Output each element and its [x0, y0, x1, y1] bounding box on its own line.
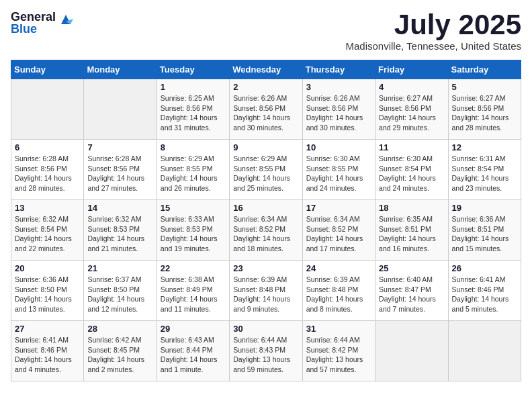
- calendar-cell: 7Sunrise: 6:28 AMSunset: 8:56 PMDaylight…: [84, 140, 157, 200]
- day-number: 28: [87, 324, 152, 334]
- logo: General Blue: [11, 11, 73, 35]
- calendar-cell: 11Sunrise: 6:30 AMSunset: 8:54 PMDayligh…: [375, 140, 448, 200]
- day-info: Sunrise: 6:26 AMSunset: 8:56 PMDaylight:…: [233, 93, 298, 133]
- calendar-week-2: 13Sunrise: 6:32 AMSunset: 8:54 PMDayligh…: [11, 200, 521, 261]
- day-number: 3: [306, 82, 371, 92]
- calendar-cell: 5Sunrise: 6:27 AMSunset: 8:56 PMDaylight…: [448, 79, 521, 140]
- day-info: Sunrise: 6:43 AMSunset: 8:44 PMDaylight:…: [161, 335, 226, 375]
- calendar-week-0: 1Sunrise: 6:25 AMSunset: 8:56 PMDaylight…: [11, 79, 521, 140]
- day-info: Sunrise: 6:38 AMSunset: 8:49 PMDaylight:…: [161, 275, 226, 314]
- day-number: 12: [452, 142, 517, 152]
- calendar-cell: 16Sunrise: 6:34 AMSunset: 8:52 PMDayligh…: [230, 200, 302, 261]
- header-sunday: Sunday: [11, 60, 84, 79]
- day-info: Sunrise: 6:41 AMSunset: 8:46 PMDaylight:…: [452, 275, 517, 314]
- calendar-table: Sunday Monday Tuesday Wednesday Thursday…: [11, 60, 521, 381]
- day-number: 10: [306, 142, 371, 152]
- calendar-body: 1Sunrise: 6:25 AMSunset: 8:56 PMDaylight…: [11, 79, 521, 381]
- header-thursday: Thursday: [302, 60, 375, 79]
- day-info: Sunrise: 6:26 AMSunset: 8:56 PMDaylight:…: [306, 93, 371, 133]
- day-number: 23: [233, 263, 298, 273]
- calendar-week-4: 27Sunrise: 6:41 AMSunset: 8:46 PMDayligh…: [11, 321, 521, 381]
- day-number: 27: [15, 324, 80, 334]
- day-info: Sunrise: 6:29 AMSunset: 8:55 PMDaylight:…: [161, 154, 226, 193]
- day-info: Sunrise: 6:28 AMSunset: 8:56 PMDaylight:…: [87, 154, 152, 193]
- day-info: Sunrise: 6:44 AMSunset: 8:42 PMDaylight:…: [306, 335, 371, 375]
- calendar-cell: 22Sunrise: 6:38 AMSunset: 8:49 PMDayligh…: [157, 261, 229, 321]
- calendar-cell: 25Sunrise: 6:40 AMSunset: 8:47 PMDayligh…: [375, 261, 448, 321]
- calendar-cell: 19Sunrise: 6:36 AMSunset: 8:51 PMDayligh…: [448, 200, 521, 261]
- calendar-week-1: 6Sunrise: 6:28 AMSunset: 8:56 PMDaylight…: [11, 140, 521, 200]
- header-saturday: Saturday: [448, 60, 521, 79]
- day-info: Sunrise: 6:36 AMSunset: 8:51 PMDaylight:…: [452, 214, 517, 254]
- calendar-cell: 24Sunrise: 6:39 AMSunset: 8:48 PMDayligh…: [302, 261, 375, 321]
- day-number: 7: [87, 142, 152, 152]
- day-number: 29: [161, 324, 226, 334]
- header-wednesday: Wednesday: [230, 60, 302, 79]
- header-row: Sunday Monday Tuesday Wednesday Thursday…: [11, 60, 521, 79]
- day-info: Sunrise: 6:32 AMSunset: 8:54 PMDaylight:…: [15, 214, 80, 254]
- day-info: Sunrise: 6:32 AMSunset: 8:53 PMDaylight:…: [87, 214, 152, 254]
- day-number: 1: [161, 82, 226, 92]
- calendar-cell: 9Sunrise: 6:29 AMSunset: 8:55 PMDaylight…: [230, 140, 302, 200]
- day-info: Sunrise: 6:30 AMSunset: 8:54 PMDaylight:…: [379, 154, 444, 193]
- calendar-cell: 30Sunrise: 6:44 AMSunset: 8:43 PMDayligh…: [230, 321, 302, 381]
- day-info: Sunrise: 6:35 AMSunset: 8:51 PMDaylight:…: [379, 214, 444, 254]
- month-title: July 2025: [345, 11, 521, 39]
- calendar-cell: 3Sunrise: 6:26 AMSunset: 8:56 PMDaylight…: [302, 79, 375, 140]
- day-info: Sunrise: 6:31 AMSunset: 8:54 PMDaylight:…: [452, 154, 517, 193]
- calendar-cell: 31Sunrise: 6:44 AMSunset: 8:42 PMDayligh…: [302, 321, 375, 381]
- day-number: 30: [233, 324, 298, 334]
- day-number: 25: [379, 263, 444, 273]
- day-number: 26: [452, 263, 517, 273]
- day-info: Sunrise: 6:41 AMSunset: 8:46 PMDaylight:…: [15, 335, 80, 375]
- day-info: Sunrise: 6:39 AMSunset: 8:48 PMDaylight:…: [306, 275, 371, 314]
- calendar-cell: 4Sunrise: 6:27 AMSunset: 8:56 PMDaylight…: [375, 79, 448, 140]
- day-number: 20: [15, 263, 80, 273]
- day-number: 11: [379, 142, 444, 152]
- day-number: 6: [15, 142, 80, 152]
- day-info: Sunrise: 6:36 AMSunset: 8:50 PMDaylight:…: [15, 275, 80, 314]
- day-number: 14: [87, 203, 152, 213]
- day-number: 13: [15, 203, 80, 213]
- header-tuesday: Tuesday: [157, 60, 229, 79]
- header-monday: Monday: [84, 60, 157, 79]
- day-number: 21: [87, 263, 152, 273]
- calendar-cell: 1Sunrise: 6:25 AMSunset: 8:56 PMDaylight…: [157, 79, 229, 140]
- day-info: Sunrise: 6:30 AMSunset: 8:55 PMDaylight:…: [306, 154, 371, 193]
- calendar-cell: 8Sunrise: 6:29 AMSunset: 8:55 PMDaylight…: [157, 140, 229, 200]
- day-info: Sunrise: 6:34 AMSunset: 8:52 PMDaylight:…: [306, 214, 371, 254]
- calendar-cell: 26Sunrise: 6:41 AMSunset: 8:46 PMDayligh…: [448, 261, 521, 321]
- calendar-cell: [375, 321, 448, 381]
- calendar-cell: 13Sunrise: 6:32 AMSunset: 8:54 PMDayligh…: [11, 200, 84, 261]
- day-number: 8: [161, 142, 226, 152]
- day-number: 2: [233, 82, 298, 92]
- page-header: General Blue July 2025 Madisonville, Ten…: [11, 11, 521, 52]
- day-number: 9: [233, 142, 298, 152]
- day-info: Sunrise: 6:29 AMSunset: 8:55 PMDaylight:…: [233, 154, 298, 193]
- day-number: 16: [233, 203, 298, 213]
- logo-general-text: General: [11, 11, 56, 23]
- logo-icon: [58, 12, 73, 27]
- calendar-cell: 15Sunrise: 6:33 AMSunset: 8:53 PMDayligh…: [157, 200, 229, 261]
- day-info: Sunrise: 6:42 AMSunset: 8:45 PMDaylight:…: [87, 335, 152, 375]
- day-number: 19: [452, 203, 517, 213]
- calendar-cell: 28Sunrise: 6:42 AMSunset: 8:45 PMDayligh…: [84, 321, 157, 381]
- calendar-cell: [84, 79, 157, 140]
- location-text: Madisonville, Tennessee, United States: [345, 40, 521, 52]
- day-number: 22: [161, 263, 226, 273]
- calendar-cell: 2Sunrise: 6:26 AMSunset: 8:56 PMDaylight…: [230, 79, 302, 140]
- calendar-cell: 29Sunrise: 6:43 AMSunset: 8:44 PMDayligh…: [157, 321, 229, 381]
- day-number: 5: [452, 82, 517, 92]
- header-friday: Friday: [375, 60, 448, 79]
- day-number: 4: [379, 82, 444, 92]
- calendar-cell: 21Sunrise: 6:37 AMSunset: 8:50 PMDayligh…: [84, 261, 157, 321]
- calendar-cell: 20Sunrise: 6:36 AMSunset: 8:50 PMDayligh…: [11, 261, 84, 321]
- title-section: July 2025 Madisonville, Tennessee, Unite…: [345, 11, 521, 52]
- calendar-cell: 6Sunrise: 6:28 AMSunset: 8:56 PMDaylight…: [11, 140, 84, 200]
- calendar-cell: 23Sunrise: 6:39 AMSunset: 8:48 PMDayligh…: [230, 261, 302, 321]
- calendar-cell: 18Sunrise: 6:35 AMSunset: 8:51 PMDayligh…: [375, 200, 448, 261]
- day-info: Sunrise: 6:34 AMSunset: 8:52 PMDaylight:…: [233, 214, 298, 254]
- day-info: Sunrise: 6:27 AMSunset: 8:56 PMDaylight:…: [379, 93, 444, 133]
- day-info: Sunrise: 6:44 AMSunset: 8:43 PMDaylight:…: [233, 335, 298, 375]
- day-info: Sunrise: 6:25 AMSunset: 8:56 PMDaylight:…: [161, 93, 226, 133]
